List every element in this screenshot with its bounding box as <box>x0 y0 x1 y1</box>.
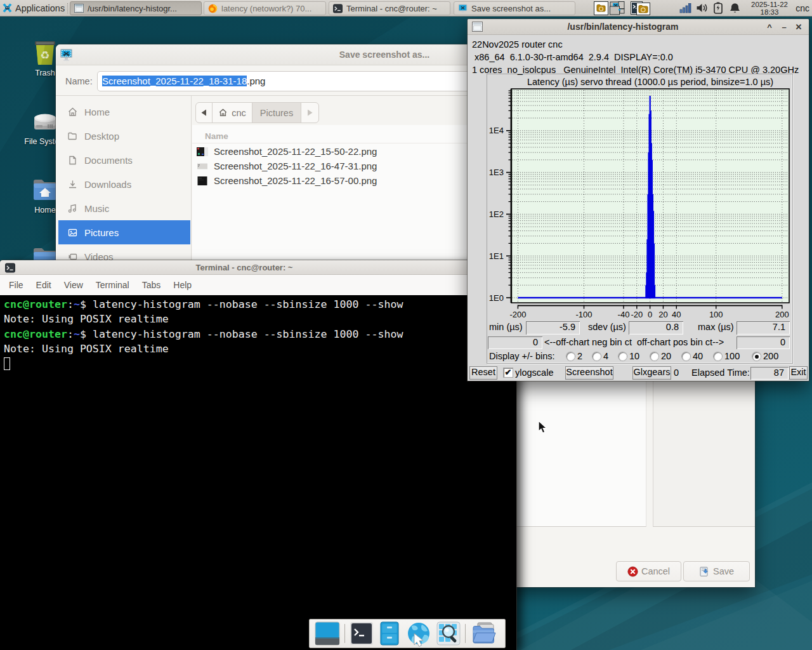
taskbar-button-save-screenshot[interactable]: Save screenshot as... <box>454 1 575 15</box>
save-icon <box>699 566 710 577</box>
application-finder-icon[interactable] <box>436 621 461 646</box>
exit-button[interactable]: Exit <box>789 366 808 380</box>
latency-histogram-window: /usr/bin/latency-histogram ^ – ✕ 22Nov20… <box>468 19 809 381</box>
radio-bins-20[interactable] <box>650 352 658 361</box>
radio-bins-10[interactable] <box>619 352 627 361</box>
max-value-field[interactable]: 7.1 <box>737 321 790 335</box>
pathbar-home-button[interactable]: cnc <box>213 103 252 123</box>
svg-text:-40: -40 <box>618 310 630 319</box>
host-label: cnc <box>796 3 809 13</box>
sidebar-item-downloads[interactable]: Downloads <box>58 172 190 196</box>
dock-terminal-icon[interactable] <box>350 621 374 646</box>
home-icon <box>67 107 78 117</box>
dock-folder-icon[interactable] <box>470 621 497 646</box>
volume-icon[interactable] <box>696 3 708 13</box>
forward-button[interactable] <box>301 103 318 123</box>
taskbar-button-firefox[interactable]: latency (netowork?) 70... <box>204 1 326 15</box>
tray-screenshooter-window-icon[interactable] <box>594 1 608 15</box>
max-label: max (µs) <box>698 322 734 332</box>
radio-bins-4[interactable] <box>593 352 601 361</box>
menu-view[interactable]: View <box>58 280 89 290</box>
name-label: Name: <box>65 76 93 86</box>
taskbar-button-terminal[interactable]: Terminal - cnc@router: ~ <box>329 1 450 15</box>
radio-label-2: 2 <box>577 351 582 361</box>
min-value-field[interactable]: -5.9 <box>526 321 580 335</box>
show-desktop-icon[interactable] <box>315 621 340 646</box>
radio-label-4: 4 <box>603 351 608 361</box>
applications-label: Applications <box>15 3 65 13</box>
menu-tabs[interactable]: Tabs <box>136 280 167 290</box>
info-line-1: 22Nov2025 router cnc <box>472 39 563 50</box>
radio-bins-40[interactable] <box>682 352 690 361</box>
battery-icon[interactable] <box>713 2 723 14</box>
radio-label-10: 10 <box>629 351 639 361</box>
radio-bins-200[interactable] <box>752 352 761 361</box>
pictures-icon <box>67 227 78 238</box>
sidebar-item-pictures[interactable]: Pictures <box>58 220 190 244</box>
offchart-neg-field[interactable]: 0 <box>488 336 542 349</box>
glxgears-button[interactable]: Glxgears <box>632 366 671 380</box>
network-signal-icon[interactable] <box>679 3 691 13</box>
svg-text:200: 200 <box>775 310 789 319</box>
terminal-titlebar[interactable]: Terminal - cnc@router: ~ <box>0 260 516 275</box>
svg-text:20: 20 <box>658 310 667 319</box>
sdev-value-field[interactable]: 0.8 <box>629 321 683 335</box>
filename-extension: .png <box>247 76 265 86</box>
forward-arrow-icon <box>307 109 313 116</box>
radio-bins-2[interactable] <box>566 352 575 361</box>
file-thumbnail <box>197 162 208 171</box>
sdev-label: sdev (µs) <box>588 322 626 332</box>
menu-edit[interactable]: Edit <box>30 280 58 290</box>
filename-selected-text: Screenshot_2025-11-22_18-31-18 <box>102 76 247 86</box>
svg-text:1E1: 1E1 <box>489 251 504 261</box>
terminal-line <box>4 357 516 371</box>
histogram-title: /usr/bin/latency-histogram <box>483 22 763 32</box>
ylogscale-checkbox[interactable]: ✔ <box>504 368 513 377</box>
file-thumbnail <box>197 147 208 156</box>
web-browser-icon[interactable] <box>405 621 432 647</box>
menu-help[interactable]: Help <box>167 280 198 290</box>
radio-label-20: 20 <box>661 351 671 361</box>
pathbar-current-button[interactable]: Pictures <box>252 103 301 123</box>
terminal-screen[interactable]: cnc@router:~$ latency-histogram --nobase… <box>0 295 516 650</box>
radio-bins-100[interactable] <box>714 352 722 361</box>
offchart-pos-field[interactable]: 0 <box>737 336 790 349</box>
save-label: Save <box>713 566 734 576</box>
terminal-line: Note: Using POSIX realtime <box>4 312 516 326</box>
minimize-button[interactable]: – <box>778 21 790 33</box>
sidebar-item-home[interactable]: Home <box>58 100 190 124</box>
tray-terminal-screenshot-icon[interactable] <box>631 1 650 15</box>
home-icon <box>218 108 228 117</box>
min-label: min (µs) <box>489 322 523 332</box>
shade-button[interactable]: ^ <box>763 21 776 33</box>
back-arrow-icon <box>201 109 207 116</box>
tray-pager-icon[interactable] <box>610 1 629 15</box>
cancel-button[interactable]: Cancel <box>616 561 681 581</box>
column-header-name[interactable]: Name <box>205 131 228 141</box>
save-button[interactable]: Save <box>683 561 750 581</box>
pathbar-current-label: Pictures <box>260 108 293 118</box>
clock[interactable]: 2025-11-22 18:33 <box>747 1 792 16</box>
menu-file[interactable]: File <box>0 280 30 290</box>
mouse-cursor <box>538 420 548 434</box>
notifications-bell-icon[interactable] <box>730 3 740 14</box>
latency-chart: 1E01E11E21E31E4-200-100-40-2002040100200 <box>487 79 796 346</box>
histogram-titlebar[interactable]: /usr/bin/latency-histogram ^ – ✕ <box>468 19 809 35</box>
sidebar-item-desktop[interactable]: Desktop <box>58 124 190 148</box>
file-manager-icon[interactable] <box>378 621 401 646</box>
sidebar-item-documents[interactable]: Documents <box>58 148 190 172</box>
screenshot-button[interactable]: Screenshot <box>565 366 613 380</box>
elapsed-time-field[interactable]: 87 <box>750 367 789 380</box>
terminal-command: latency-histogram --nobase --sbinsize 10… <box>93 328 403 340</box>
sidebar-item-music[interactable]: Music <box>58 196 190 220</box>
back-button[interactable] <box>196 103 212 123</box>
sidebar-item-label: Downloads <box>84 179 131 190</box>
menu-terminal[interactable]: Terminal <box>89 280 136 290</box>
svg-text:1E3: 1E3 <box>489 168 504 177</box>
cancel-label: Cancel <box>641 566 670 576</box>
reset-button[interactable]: Reset <box>469 366 497 380</box>
radio-label-200: 200 <box>763 351 778 361</box>
close-button[interactable]: ✕ <box>792 21 805 33</box>
taskbar-button-latency-histogram[interactable]: /usr/bin/latency-histogr... <box>70 1 202 15</box>
applications-menu-button[interactable]: Applications <box>0 0 67 17</box>
